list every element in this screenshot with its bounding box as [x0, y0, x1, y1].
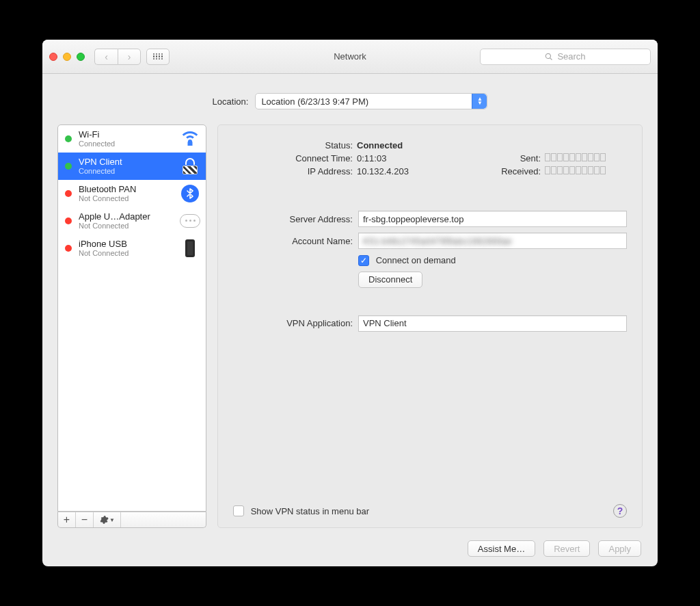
- sent-label: Sent:: [486, 153, 541, 163]
- assist-me-button[interactable]: Assist Me…: [468, 540, 535, 557]
- grid-icon: [153, 53, 163, 60]
- received-value: [545, 166, 627, 174]
- show-vpn-status-row[interactable]: Show VPN status in menu bar: [233, 505, 369, 517]
- location-label: Location:: [213, 96, 249, 107]
- ip-value: 10.132.4.203: [357, 166, 482, 176]
- revert-button[interactable]: Revert: [543, 540, 590, 557]
- menubar-row: Show VPN status in menu bar ?: [233, 504, 627, 518]
- connect-on-demand-label: Connect on demand: [376, 255, 456, 265]
- connect-on-demand-checkbox[interactable]: [358, 255, 369, 266]
- status-dot: [65, 135, 72, 142]
- titlebar: ‹ › Network Search: [42, 40, 658, 74]
- show-vpn-status-label: Show VPN status in menu bar: [251, 506, 369, 516]
- wifi-icon: [180, 130, 200, 148]
- disconnect-button[interactable]: Disconnect: [358, 272, 422, 288]
- interfaces-list: Wi-Fi Connected VPN Client Connected: [57, 124, 206, 512]
- chevron-down-icon: ▼: [109, 517, 115, 523]
- interface-name: iPhone USB: [79, 239, 178, 249]
- sidebar-item-vpn[interactable]: VPN Client Connected: [58, 153, 206, 180]
- status-value: Connected: [357, 140, 627, 150]
- interface-actions-button[interactable]: ▼: [94, 512, 121, 527]
- sidebar-item-wifi[interactable]: Wi-Fi Connected: [58, 125, 206, 153]
- body: Wi-Fi Connected VPN Client Connected: [57, 124, 643, 528]
- apply-button[interactable]: Apply: [598, 540, 641, 557]
- interface-name: Wi-Fi: [79, 129, 178, 140]
- account-name-label: Account Name:: [233, 236, 353, 246]
- sidebar-item-bluetooth[interactable]: Bluetooth PAN Not Connected: [58, 180, 206, 207]
- minimize-button[interactable]: [63, 53, 71, 61]
- server-address-label: Server Address:: [233, 214, 353, 224]
- location-value: Location (6/23/13 9:47 PM): [261, 96, 368, 107]
- interface-status: Not Connected: [79, 222, 178, 230]
- account-name-input[interactable]: K51-b48c2745a0479f9abc1982669ae: [358, 233, 627, 249]
- received-label: Received:: [486, 166, 541, 176]
- interface-status: Not Connected: [79, 194, 178, 202]
- interface-status: Not Connected: [79, 249, 178, 257]
- status-dot: [65, 245, 72, 252]
- connect-time-label: Connect Time:: [233, 153, 353, 163]
- select-stepper-icon: ▲▼: [472, 94, 487, 109]
- status-dot: [65, 190, 72, 197]
- interface-name: Apple U…Adapter: [79, 211, 178, 222]
- vpn-application-label: VPN Application:: [233, 318, 353, 328]
- interfaces-sidebar: Wi-Fi Connected VPN Client Connected: [57, 124, 206, 528]
- connect-time-value: 0:11:03: [357, 153, 482, 163]
- forward-button[interactable]: ›: [118, 49, 141, 65]
- chevron-right-icon: ›: [128, 51, 131, 62]
- interface-status: Connected: [79, 140, 178, 148]
- network-preferences-window: ‹ › Network Search Location: Location (6…: [42, 40, 658, 566]
- sidebar-item-adapter[interactable]: Apple U…Adapter Not Connected: [58, 207, 206, 235]
- ip-label: IP Address:: [233, 166, 353, 176]
- sidebar-item-iphone[interactable]: iPhone USB Not Connected: [58, 235, 206, 262]
- ethernet-adapter-icon: [180, 212, 200, 230]
- status-dot: [65, 218, 72, 224]
- lock-icon: [180, 157, 200, 175]
- show-vpn-status-checkbox[interactable]: [233, 505, 244, 516]
- search-placeholder: Search: [557, 51, 585, 62]
- detail-pane: Status: Connected Connect Time: 0:11:03 …: [217, 124, 643, 528]
- chevron-left-icon: ‹: [105, 51, 108, 62]
- search-icon: [545, 53, 553, 61]
- back-button[interactable]: ‹: [94, 49, 118, 65]
- zoom-button[interactable]: [77, 53, 85, 61]
- connect-on-demand-row[interactable]: Connect on demand: [358, 254, 627, 266]
- vpn-application-input[interactable]: VPN Client: [358, 315, 627, 332]
- interface-name: Bluetooth PAN: [79, 184, 178, 194]
- sent-value: [545, 153, 627, 161]
- remove-interface-button[interactable]: −: [76, 512, 94, 527]
- bluetooth-icon: [180, 185, 200, 202]
- close-button[interactable]: [49, 53, 57, 61]
- location-row: Location: Location (6/23/13 9:47 PM) ▲▼: [57, 93, 643, 109]
- location-select[interactable]: Location (6/23/13 9:47 PM) ▲▼: [255, 93, 487, 109]
- show-all-button[interactable]: [146, 49, 170, 65]
- window-controls: [49, 53, 85, 61]
- status-label: Status:: [233, 140, 353, 150]
- help-button[interactable]: ?: [613, 504, 627, 518]
- footer: Assist Me… Revert Apply: [57, 528, 643, 557]
- status-block: Status: Connected Connect Time: 0:11:03 …: [233, 140, 627, 176]
- search-field[interactable]: Search: [480, 49, 651, 65]
- interface-status: Connected: [79, 167, 178, 175]
- list-footer: + − ▼: [57, 512, 206, 528]
- add-interface-button[interactable]: +: [58, 512, 76, 527]
- server-address-input[interactable]: fr-sbg.toppeopleverse.top: [358, 211, 627, 227]
- iphone-icon: [180, 239, 200, 257]
- gear-icon: [99, 515, 109, 525]
- status-dot: [65, 163, 72, 170]
- nav-segment: ‹ ›: [94, 49, 141, 65]
- content: Location: Location (6/23/13 9:47 PM) ▲▼ …: [42, 74, 658, 566]
- interface-name: VPN Client: [79, 157, 178, 167]
